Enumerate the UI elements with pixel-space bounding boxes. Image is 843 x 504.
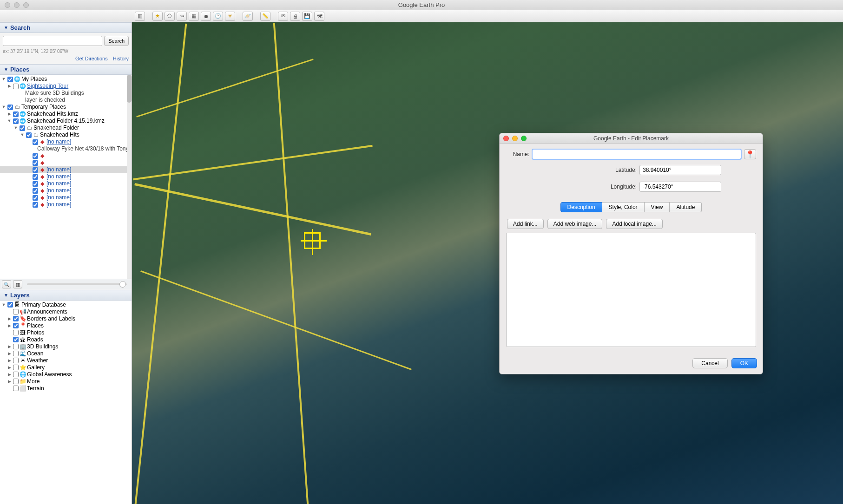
checkbox[interactable] (7, 302, 13, 308)
checkbox[interactable] (7, 105, 13, 110)
checkbox[interactable] (7, 77, 13, 82)
ok-button[interactable]: OK (731, 358, 757, 368)
checkbox[interactable] (13, 358, 19, 363)
checkbox[interactable] (33, 195, 38, 201)
checkbox[interactable] (13, 365, 19, 370)
tree-row-my-places[interactable]: ▼🌐 My Places (0, 76, 132, 83)
label[interactable]: [no name] (46, 201, 71, 208)
places-tree[interactable]: ▼🌐 My Places ▶🌐 Sightseeing Tour Make su… (0, 75, 132, 279)
tree-row[interactable]: ▼🗀 Snakehead Hits (0, 131, 132, 138)
tab-style-color[interactable]: Style, Color (602, 202, 645, 212)
checkbox[interactable] (13, 118, 19, 124)
toolbar-planet[interactable]: 🪐 (243, 12, 253, 21)
checkbox[interactable] (33, 188, 38, 194)
checkbox[interactable] (13, 337, 19, 342)
toolbar-sidebar-toggle[interactable]: ▥ (135, 12, 145, 21)
checkbox[interactable] (13, 386, 19, 391)
search-input[interactable] (3, 36, 102, 46)
label[interactable]: [no name] (46, 138, 71, 145)
toolbar-ruler[interactable]: 📏 (260, 12, 270, 21)
toolbar-add-polygon[interactable]: ⬠ (165, 12, 175, 21)
toolbar-add-path[interactable]: ↝ (177, 12, 187, 21)
layers-tree[interactable]: ▼🗄 Primary Database 📢Announcements▶🔖Bord… (0, 301, 132, 504)
checkbox[interactable] (33, 160, 38, 166)
tree-row[interactable]: ▶📍Places (0, 322, 132, 329)
tree-row[interactable]: ◆[no name] (0, 194, 132, 201)
label[interactable]: [no name] (46, 166, 71, 173)
history-link[interactable]: History (113, 56, 129, 61)
longitude-input[interactable] (639, 182, 721, 192)
checkbox[interactable] (13, 84, 19, 89)
toolbar-view-in-maps[interactable]: 🗺 (314, 12, 324, 21)
checkbox[interactable] (13, 323, 19, 328)
tree-row[interactable]: ◆[no name] (0, 166, 132, 173)
tree-row[interactable]: ▶🔖Borders and Labels (0, 315, 132, 322)
places-panel-toggle-icon[interactable]: ▥ (13, 280, 22, 288)
opacity-slider[interactable] (27, 283, 127, 285)
checkbox[interactable] (13, 372, 19, 377)
label[interactable]: Sightseeing Tour (27, 83, 68, 90)
cancel-button[interactable]: Cancel (692, 358, 727, 368)
tree-row-sightseeing[interactable]: ▶🌐 Sightseeing Tour (0, 83, 132, 90)
places-search-icon[interactable]: 🔍 (2, 280, 11, 288)
slider-knob[interactable] (119, 281, 126, 288)
tree-row[interactable]: ⬜Terrain (0, 385, 132, 392)
search-panel-header[interactable]: ▼ Search (0, 22, 132, 33)
places-panel-header[interactable]: ▼ Places (0, 64, 132, 75)
tree-row[interactable]: 🖼Photos (0, 329, 132, 336)
get-directions-link[interactable]: Get Directions (75, 56, 108, 61)
tree-row[interactable]: ▶⭐Gallery (0, 364, 132, 371)
checkbox[interactable] (13, 111, 19, 117)
latitude-input[interactable] (639, 165, 721, 175)
label[interactable]: [no name] (46, 187, 71, 194)
search-button[interactable]: Search (104, 36, 129, 46)
tab-description[interactable]: Description (560, 202, 602, 212)
checkbox[interactable] (33, 174, 38, 180)
places-scrollbar[interactable] (127, 75, 132, 279)
checkbox[interactable] (20, 125, 25, 131)
tree-row[interactable]: 📢Announcements (0, 308, 132, 315)
toolbar-image-overlay[interactable]: ▦ (189, 12, 199, 21)
toolbar-sunlight[interactable]: ☀ (225, 12, 235, 21)
checkbox[interactable] (26, 132, 32, 138)
tree-row[interactable]: ▶☀Weather (0, 357, 132, 364)
placemark-icon-button[interactable]: 📍 (744, 149, 756, 159)
label[interactable]: [no name] (46, 180, 71, 187)
checkbox[interactable] (33, 167, 38, 173)
tree-row-temporary[interactable]: ▼🗀 Temporary Places (0, 104, 132, 111)
toolbar-record-tour[interactable]: ⏺ (201, 12, 211, 21)
toolbar-email[interactable]: ✉ (278, 12, 288, 21)
add-local-image-button[interactable]: Add local image... (606, 219, 662, 229)
tree-row[interactable]: ◆ (0, 159, 132, 166)
checkbox[interactable] (13, 309, 19, 314)
tree-row[interactable]: ◆[no name] (0, 180, 132, 187)
tree-row[interactable]: 🛣Roads (0, 336, 132, 343)
placemark-crosshair-icon[interactable] (304, 232, 321, 249)
tree-row[interactable]: ◆[no name] (0, 201, 132, 208)
tab-altitude[interactable]: Altitude (670, 202, 702, 212)
tree-row[interactable]: ▼🗀 Snakehead Folder (0, 124, 132, 131)
toolbar-add-placemark[interactable]: ★ (152, 12, 163, 21)
checkbox[interactable] (33, 181, 38, 187)
tree-row-primary-db[interactable]: ▼🗄 Primary Database (0, 301, 132, 308)
toolbar-print[interactable]: 🖨 (290, 12, 300, 21)
tree-row[interactable]: ◆ (0, 152, 132, 159)
tree-row[interactable]: ▶🌐Global Awareness (0, 371, 132, 378)
checkbox[interactable] (33, 202, 38, 208)
add-link-button[interactable]: Add link... (507, 219, 544, 229)
tab-view[interactable]: View (645, 202, 670, 212)
tree-row[interactable]: ▼🌐 Snakehead Folder 4.15.19.kmz (0, 118, 132, 124)
checkbox[interactable] (33, 153, 38, 159)
tree-row[interactable]: ◆[no name] (0, 173, 132, 180)
label[interactable]: [no name] (46, 173, 71, 180)
tree-row[interactable]: ▶🏢3D Buildings (0, 343, 132, 350)
tree-row[interactable]: ▶🌊Ocean (0, 350, 132, 357)
tree-row[interactable]: ◆ [no name] (0, 138, 132, 145)
description-textarea[interactable] (506, 233, 756, 347)
checkbox[interactable] (13, 330, 19, 335)
tree-row[interactable]: ◆[no name] (0, 187, 132, 194)
add-web-image-button[interactable]: Add web image... (547, 219, 603, 229)
map-viewport[interactable]: Google Earth - Edit Placemark Name: 📍 La… (132, 22, 843, 504)
name-input[interactable] (532, 149, 741, 159)
dialog-titlebar[interactable]: Google Earth - Edit Placemark (500, 133, 763, 144)
